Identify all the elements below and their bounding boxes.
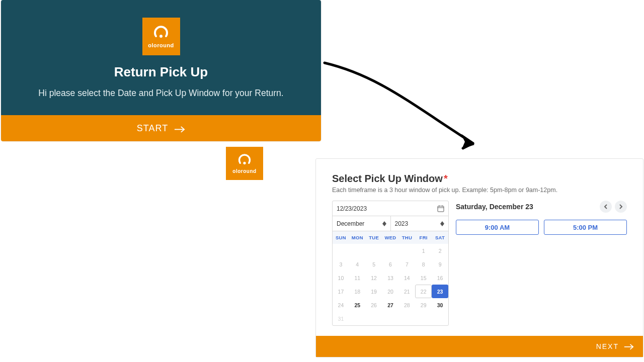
calendar-day[interactable]: 26 xyxy=(366,298,382,312)
brand-name: oloround xyxy=(232,168,256,174)
calendar-weekday-row: SUNMONTUEWEDTHUFRISAT xyxy=(333,231,448,244)
calendar-day[interactable]: 2 xyxy=(432,244,448,257)
intro-title: Return Pick Up xyxy=(114,64,208,80)
calendar-day[interactable]: 6 xyxy=(382,257,399,271)
next-day-button[interactable] xyxy=(615,201,627,213)
intro-card: oloround Return Pick Up Hi please select… xyxy=(1,0,321,141)
calendar-day xyxy=(366,244,382,257)
calendar-day[interactable]: 16 xyxy=(432,271,448,285)
svg-rect-4 xyxy=(438,206,444,212)
calendar-day[interactable]: 28 xyxy=(398,298,415,312)
time-slot[interactable]: 5:00 PM xyxy=(544,220,627,235)
calendar-day[interactable]: 11 xyxy=(349,271,366,285)
svg-point-0 xyxy=(159,35,163,38)
calendar-weekday: MON xyxy=(349,231,366,244)
calendar-day[interactable]: 18 xyxy=(349,285,366,298)
calendar-icon xyxy=(437,205,444,212)
year-select[interactable]: 2023 xyxy=(391,216,449,231)
calendar-day[interactable]: 23 xyxy=(432,285,448,298)
next-button-label: NEXT xyxy=(596,342,619,350)
svg-marker-9 xyxy=(382,224,386,226)
next-button[interactable]: NEXT xyxy=(316,336,643,357)
calendar-day[interactable]: 12 xyxy=(366,271,382,285)
svg-marker-11 xyxy=(440,224,444,226)
prev-day-button[interactable] xyxy=(600,201,612,213)
calendar-day[interactable]: 13 xyxy=(382,271,399,285)
intro-subtitle: Hi please select the Date and Pick Up Wi… xyxy=(38,88,283,99)
intro-header: oloround Return Pick Up Hi please select… xyxy=(1,0,321,115)
calendar-day[interactable]: 22 xyxy=(415,285,432,298)
date-input-value: 12/23/2023 xyxy=(337,205,367,212)
brand-name: oloround xyxy=(148,42,174,48)
time-column: Saturday, December 23 9:00 AM5:00 PM xyxy=(456,201,627,326)
date-input[interactable]: 12/23/2023 xyxy=(333,201,448,216)
start-button[interactable]: START xyxy=(1,115,321,141)
calendar-day xyxy=(398,244,415,257)
calendar-day[interactable]: 17 xyxy=(333,285,349,298)
picker-title-text: Select Pick Up Window xyxy=(332,173,443,184)
calendar-weekday: TUE xyxy=(366,231,382,244)
calendar-day[interactable]: 20 xyxy=(382,285,399,298)
calendar-day xyxy=(382,244,399,257)
calendar-weekday: FRI xyxy=(415,231,432,244)
pickup-window-card: Select Pick Up Window* Each timeframe is… xyxy=(315,158,643,357)
calendar-day xyxy=(333,244,349,257)
brand-logo-icon xyxy=(153,25,169,41)
arrow-right-icon xyxy=(624,343,634,349)
arrow-right-icon xyxy=(174,125,185,132)
calendar-day[interactable]: 14 xyxy=(398,271,415,285)
calendar-weekday: THU xyxy=(398,231,415,244)
svg-point-2 xyxy=(243,161,246,164)
month-value: December xyxy=(337,220,364,227)
spinner-icon xyxy=(440,220,444,227)
required-marker: * xyxy=(444,173,448,184)
time-slot[interactable]: 9:00 AM xyxy=(456,220,539,235)
calendar: 12/23/2023 December 2023 xyxy=(332,201,449,326)
calendar-day[interactable]: 1 xyxy=(415,244,432,257)
brand-logo-icon xyxy=(237,153,252,167)
calendar-day[interactable]: 15 xyxy=(415,271,432,285)
calendar-weekday: SAT xyxy=(432,231,448,244)
calendar-day[interactable]: 30 xyxy=(432,298,448,312)
calendar-day[interactable]: 7 xyxy=(398,257,415,271)
picker-title: Select Pick Up Window* xyxy=(332,173,627,185)
calendar-day[interactable]: 24 xyxy=(333,298,349,312)
month-select[interactable]: December xyxy=(333,216,391,231)
calendar-day[interactable]: 27 xyxy=(382,298,399,312)
calendar-day xyxy=(349,244,366,257)
start-button-label: START xyxy=(137,123,168,134)
calendar-day[interactable]: 19 xyxy=(366,285,382,298)
calendar-weekday: WED xyxy=(382,231,399,244)
picker-subtitle: Each timeframe is a 3 hour window of pic… xyxy=(332,187,627,194)
calendar-day[interactable]: 9 xyxy=(432,257,448,271)
annotation-arrow-icon xyxy=(322,60,483,161)
calendar-day[interactable]: 25 xyxy=(349,298,366,312)
spinner-icon xyxy=(382,220,386,227)
year-value: 2023 xyxy=(395,220,409,227)
calendar-grid: 1234567891011121314151617181920212223242… xyxy=(333,244,448,325)
calendar-day[interactable]: 8 xyxy=(415,257,432,271)
brand-logo: oloround xyxy=(142,18,180,55)
calendar-day[interactable]: 29 xyxy=(415,298,432,312)
calendar-weekday: SUN xyxy=(333,231,349,244)
calendar-day[interactable]: 5 xyxy=(366,257,382,271)
calendar-day[interactable]: 4 xyxy=(349,257,366,271)
calendar-day[interactable]: 31 xyxy=(333,312,349,325)
calendar-day[interactable]: 10 xyxy=(333,271,349,285)
selected-day-label: Saturday, December 23 xyxy=(456,203,533,211)
brand-logo-small: oloround xyxy=(226,147,263,180)
calendar-day[interactable]: 21 xyxy=(398,285,415,298)
calendar-day[interactable]: 3 xyxy=(333,257,349,271)
